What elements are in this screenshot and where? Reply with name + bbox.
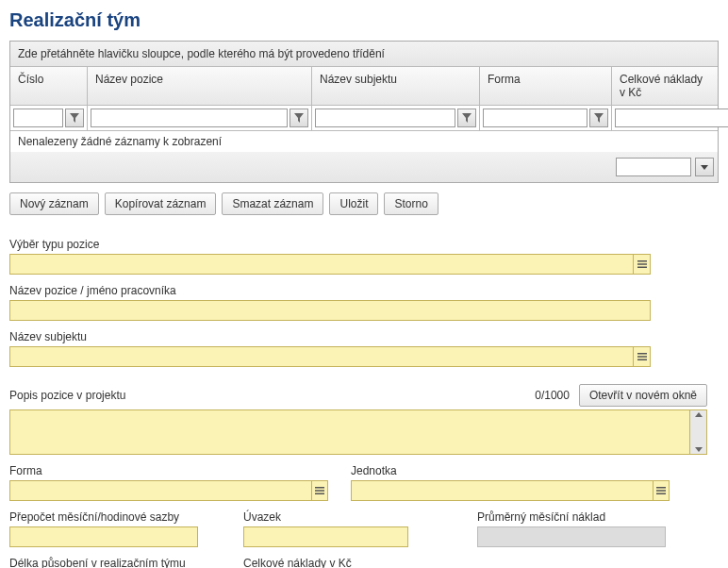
textarea-scrollbar[interactable] — [690, 409, 707, 455]
grid-filter-row — [10, 106, 718, 131]
avg-cost-label: Průměrný měsíční náklad — [477, 510, 688, 524]
svg-rect-6 — [315, 487, 324, 489]
svg-rect-10 — [656, 490, 666, 492]
total-cost-label: Celkové náklady v Kč — [243, 557, 455, 568]
description-label: Popis pozice v projektu — [9, 389, 525, 402]
col-header-number[interactable]: Číslo — [10, 67, 88, 105]
position-name-label: Název pozice / jméno pracovníka — [9, 284, 719, 297]
filter-input-number[interactable] — [13, 109, 63, 127]
col-header-subject[interactable]: Název subjektu — [312, 67, 480, 105]
avg-cost-input — [477, 526, 666, 547]
description-textarea[interactable] — [9, 409, 690, 455]
svg-rect-5 — [637, 359, 647, 361]
col-header-position[interactable]: Název pozice — [88, 67, 312, 105]
list-picker-icon[interactable] — [654, 480, 670, 501]
unit-input[interactable] — [351, 480, 654, 501]
grid-pager — [10, 152, 718, 182]
toolbar: Nový záznam Kopírovat záznam Smazat zázn… — [9, 192, 719, 215]
svg-rect-1 — [637, 263, 647, 265]
workload-label: Úvazek — [243, 510, 455, 524]
svg-rect-4 — [637, 356, 647, 358]
copy-record-button[interactable]: Kopírovat záznam — [105, 192, 217, 215]
list-picker-icon[interactable] — [634, 254, 651, 275]
duration-label: Délka působení v realizačním týmu — [9, 557, 221, 568]
svg-rect-11 — [656, 493, 666, 495]
scroll-down-icon[interactable] — [695, 447, 703, 452]
position-type-input[interactable] — [9, 254, 634, 275]
page-size-select[interactable] — [616, 158, 691, 176]
page-title: Realizační tým — [9, 9, 719, 31]
filter-icon[interactable] — [65, 109, 84, 127]
filter-input-subject[interactable] — [315, 109, 455, 127]
char-counter: 0/1000 — [535, 389, 570, 402]
delete-record-button[interactable]: Smazat záznam — [222, 192, 323, 215]
svg-rect-7 — [315, 490, 324, 492]
filter-input-total[interactable] — [615, 109, 728, 127]
svg-rect-2 — [637, 267, 647, 269]
rate-label: Přepočet měsíční/hodinové sazby — [9, 510, 221, 524]
position-name-input[interactable] — [9, 300, 651, 321]
save-button[interactable]: Uložit — [329, 192, 378, 215]
scroll-up-icon[interactable] — [695, 412, 703, 417]
page-size-dropdown-button[interactable] — [695, 158, 714, 176]
list-picker-icon[interactable] — [634, 346, 651, 367]
grid-header-row: Číslo Název pozice Název subjektu Forma … — [10, 67, 718, 106]
col-header-form[interactable]: Forma — [480, 67, 612, 105]
forma-label: Forma — [9, 464, 328, 477]
svg-rect-3 — [637, 353, 647, 355]
group-by-hint[interactable]: Zde přetáhněte hlavičku sloupce, podle k… — [10, 42, 718, 67]
data-grid: Zde přetáhněte hlavičku sloupce, podle k… — [9, 41, 719, 183]
filter-input-form[interactable] — [483, 109, 587, 127]
svg-rect-9 — [656, 487, 666, 489]
filter-icon[interactable] — [589, 109, 608, 127]
subject-name-label: Název subjektu — [9, 330, 719, 343]
new-record-button[interactable]: Nový záznam — [9, 192, 99, 215]
svg-rect-0 — [637, 260, 647, 262]
col-header-total[interactable]: Celkové náklady v Kč — [612, 67, 718, 105]
unit-label: Jednotka — [351, 464, 670, 477]
grid-empty-message: Nenalezeny žádné záznamy k zobrazení — [10, 131, 718, 152]
subject-name-input[interactable] — [9, 346, 634, 367]
forma-input[interactable] — [9, 480, 312, 501]
filter-input-position[interactable] — [91, 109, 288, 127]
open-in-new-window-button[interactable]: Otevřít v novém okně — [579, 384, 707, 407]
filter-icon[interactable] — [457, 109, 476, 127]
filter-icon[interactable] — [290, 109, 308, 127]
rate-input[interactable] — [9, 526, 198, 547]
svg-rect-8 — [315, 493, 324, 495]
workload-input[interactable] — [243, 526, 408, 547]
cancel-button[interactable]: Storno — [384, 192, 438, 215]
list-picker-icon[interactable] — [312, 480, 328, 501]
position-type-label: Výběr typu pozice — [9, 238, 719, 251]
